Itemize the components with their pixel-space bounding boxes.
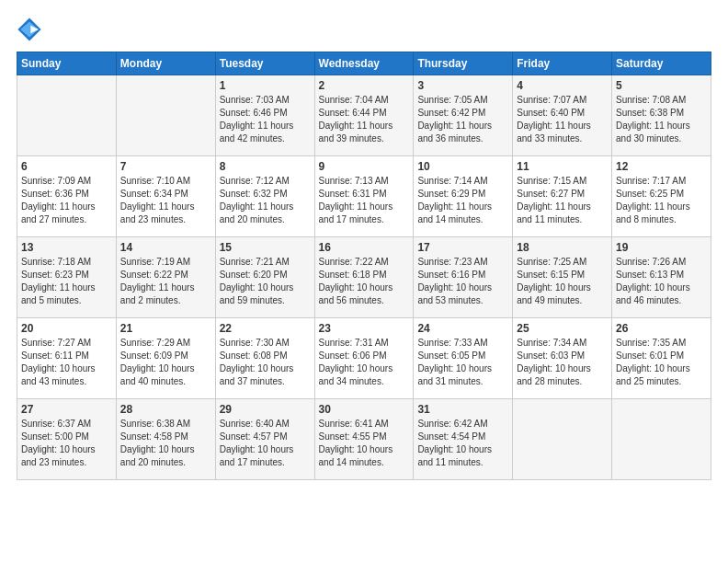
day-number: 23 (319, 322, 410, 335)
day-detail: Sunrise: 7:33 AMSunset: 6:05 PMDaylight:… (417, 337, 508, 388)
calendar-cell: 9Sunrise: 7:13 AMSunset: 6:31 PMDaylight… (314, 156, 414, 237)
day-detail: Sunrise: 7:03 AMSunset: 6:46 PMDaylight:… (220, 94, 311, 145)
calendar-cell: 16Sunrise: 7:22 AMSunset: 6:18 PMDayligh… (314, 237, 414, 318)
day-detail: Sunrise: 7:23 AMSunset: 6:16 PMDaylight:… (417, 256, 508, 307)
day-detail: Sunrise: 7:19 AMSunset: 6:22 PMDaylight:… (120, 256, 211, 307)
calendar-cell: 22Sunrise: 7:30 AMSunset: 6:08 PMDayligh… (215, 318, 314, 399)
calendar-cell: 28Sunrise: 6:38 AMSunset: 4:58 PMDayligh… (116, 399, 215, 480)
calendar-header: SundayMondayTuesdayWednesdayThursdayFrid… (17, 52, 711, 75)
day-number: 25 (517, 322, 608, 335)
day-number: 20 (21, 322, 112, 335)
calendar-table: SundayMondayTuesdayWednesdayThursdayFrid… (17, 52, 711, 480)
day-number: 13 (21, 241, 112, 254)
day-number: 22 (220, 322, 311, 335)
day-number: 12 (616, 160, 707, 173)
day-detail: Sunrise: 7:09 AMSunset: 6:36 PMDaylight:… (21, 175, 112, 226)
calendar-cell: 14Sunrise: 7:19 AMSunset: 6:22 PMDayligh… (116, 237, 215, 318)
header (17, 17, 711, 42)
page: SundayMondayTuesdayWednesdayThursdayFrid… (0, 0, 728, 563)
day-number: 7 (120, 160, 211, 173)
day-detail: Sunrise: 6:42 AMSunset: 4:54 PMDaylight:… (417, 418, 508, 469)
calendar-cell (116, 75, 215, 156)
day-detail: Sunrise: 7:05 AMSunset: 6:42 PMDaylight:… (417, 94, 508, 145)
day-detail: Sunrise: 7:08 AMSunset: 6:38 PMDaylight:… (616, 94, 707, 145)
calendar-cell: 17Sunrise: 7:23 AMSunset: 6:16 PMDayligh… (414, 237, 513, 318)
day-detail: Sunrise: 7:26 AMSunset: 6:13 PMDaylight:… (616, 256, 707, 307)
calendar-cell: 5Sunrise: 7:08 AMSunset: 6:38 PMDaylight… (612, 75, 711, 156)
day-detail: Sunrise: 7:29 AMSunset: 6:09 PMDaylight:… (120, 337, 211, 388)
weekday-header-friday: Friday (513, 52, 612, 75)
day-detail: Sunrise: 7:10 AMSunset: 6:34 PMDaylight:… (120, 175, 211, 226)
day-detail: Sunrise: 7:14 AMSunset: 6:29 PMDaylight:… (417, 175, 508, 226)
logo-icon (17, 17, 42, 42)
day-number: 19 (616, 241, 707, 254)
weekday-header-tuesday: Tuesday (215, 52, 314, 75)
day-number: 27 (21, 403, 112, 416)
day-detail: Sunrise: 7:18 AMSunset: 6:23 PMDaylight:… (21, 256, 112, 307)
day-detail: Sunrise: 7:22 AMSunset: 6:18 PMDaylight:… (319, 256, 410, 307)
day-number: 30 (319, 403, 410, 416)
day-number: 3 (417, 79, 508, 92)
calendar-cell: 25Sunrise: 7:34 AMSunset: 6:03 PMDayligh… (513, 318, 612, 399)
calendar-cell: 26Sunrise: 7:35 AMSunset: 6:01 PMDayligh… (612, 318, 711, 399)
day-detail: Sunrise: 7:34 AMSunset: 6:03 PMDaylight:… (517, 337, 608, 388)
weekday-header-thursday: Thursday (414, 52, 513, 75)
calendar-week-5: 27Sunrise: 6:37 AMSunset: 5:00 PMDayligh… (17, 399, 711, 480)
calendar-cell: 6Sunrise: 7:09 AMSunset: 6:36 PMDaylight… (17, 156, 117, 237)
calendar-cell (513, 399, 612, 480)
calendar-cell: 31Sunrise: 6:42 AMSunset: 4:54 PMDayligh… (414, 399, 513, 480)
day-number: 31 (417, 403, 508, 416)
day-detail: Sunrise: 7:25 AMSunset: 6:15 PMDaylight:… (517, 256, 608, 307)
calendar-week-3: 13Sunrise: 7:18 AMSunset: 6:23 PMDayligh… (17, 237, 711, 318)
day-number: 26 (616, 322, 707, 335)
day-number: 17 (417, 241, 508, 254)
calendar-cell: 29Sunrise: 6:40 AMSunset: 4:57 PMDayligh… (215, 399, 314, 480)
calendar-cell: 20Sunrise: 7:27 AMSunset: 6:11 PMDayligh… (17, 318, 117, 399)
day-detail: Sunrise: 7:31 AMSunset: 6:06 PMDaylight:… (319, 337, 410, 388)
calendar-cell: 13Sunrise: 7:18 AMSunset: 6:23 PMDayligh… (17, 237, 117, 318)
day-detail: Sunrise: 7:17 AMSunset: 6:25 PMDaylight:… (616, 175, 707, 226)
day-number: 10 (417, 160, 508, 173)
day-detail: Sunrise: 7:13 AMSunset: 6:31 PMDaylight:… (319, 175, 410, 226)
logo (17, 17, 46, 42)
weekday-header-saturday: Saturday (612, 52, 711, 75)
weekday-header-monday: Monday (116, 52, 215, 75)
day-number: 9 (319, 160, 410, 173)
day-number: 21 (120, 322, 211, 335)
calendar-cell: 4Sunrise: 7:07 AMSunset: 6:40 PMDaylight… (513, 75, 612, 156)
calendar-week-4: 20Sunrise: 7:27 AMSunset: 6:11 PMDayligh… (17, 318, 711, 399)
calendar-cell: 7Sunrise: 7:10 AMSunset: 6:34 PMDaylight… (116, 156, 215, 237)
day-number: 4 (517, 79, 608, 92)
calendar-cell: 3Sunrise: 7:05 AMSunset: 6:42 PMDaylight… (414, 75, 513, 156)
day-detail: Sunrise: 7:04 AMSunset: 6:44 PMDaylight:… (319, 94, 410, 145)
calendar-cell: 27Sunrise: 6:37 AMSunset: 5:00 PMDayligh… (17, 399, 117, 480)
day-number: 28 (120, 403, 211, 416)
calendar-cell: 24Sunrise: 7:33 AMSunset: 6:05 PMDayligh… (414, 318, 513, 399)
day-number: 5 (616, 79, 707, 92)
day-number: 1 (220, 79, 311, 92)
calendar-cell: 21Sunrise: 7:29 AMSunset: 6:09 PMDayligh… (116, 318, 215, 399)
day-number: 11 (517, 160, 608, 173)
day-detail: Sunrise: 7:12 AMSunset: 6:32 PMDaylight:… (220, 175, 311, 226)
calendar-cell: 2Sunrise: 7:04 AMSunset: 6:44 PMDaylight… (314, 75, 414, 156)
day-detail: Sunrise: 6:37 AMSunset: 5:00 PMDaylight:… (21, 418, 112, 469)
calendar-cell: 10Sunrise: 7:14 AMSunset: 6:29 PMDayligh… (414, 156, 513, 237)
day-detail: Sunrise: 7:30 AMSunset: 6:08 PMDaylight:… (220, 337, 311, 388)
day-detail: Sunrise: 6:38 AMSunset: 4:58 PMDaylight:… (120, 418, 211, 469)
day-detail: Sunrise: 7:27 AMSunset: 6:11 PMDaylight:… (21, 337, 112, 388)
calendar-cell (612, 399, 711, 480)
weekday-header-sunday: Sunday (17, 52, 117, 75)
calendar-cell: 1Sunrise: 7:03 AMSunset: 6:46 PMDaylight… (215, 75, 314, 156)
day-number: 29 (220, 403, 311, 416)
calendar-cell: 15Sunrise: 7:21 AMSunset: 6:20 PMDayligh… (215, 237, 314, 318)
calendar-cell (17, 75, 117, 156)
day-detail: Sunrise: 6:41 AMSunset: 4:55 PMDaylight:… (319, 418, 410, 469)
calendar-cell: 30Sunrise: 6:41 AMSunset: 4:55 PMDayligh… (314, 399, 414, 480)
calendar-cell: 12Sunrise: 7:17 AMSunset: 6:25 PMDayligh… (612, 156, 711, 237)
day-number: 15 (220, 241, 311, 254)
day-number: 16 (319, 241, 410, 254)
day-number: 2 (319, 79, 410, 92)
day-detail: Sunrise: 7:15 AMSunset: 6:27 PMDaylight:… (517, 175, 608, 226)
day-number: 6 (21, 160, 112, 173)
day-number: 8 (220, 160, 311, 173)
